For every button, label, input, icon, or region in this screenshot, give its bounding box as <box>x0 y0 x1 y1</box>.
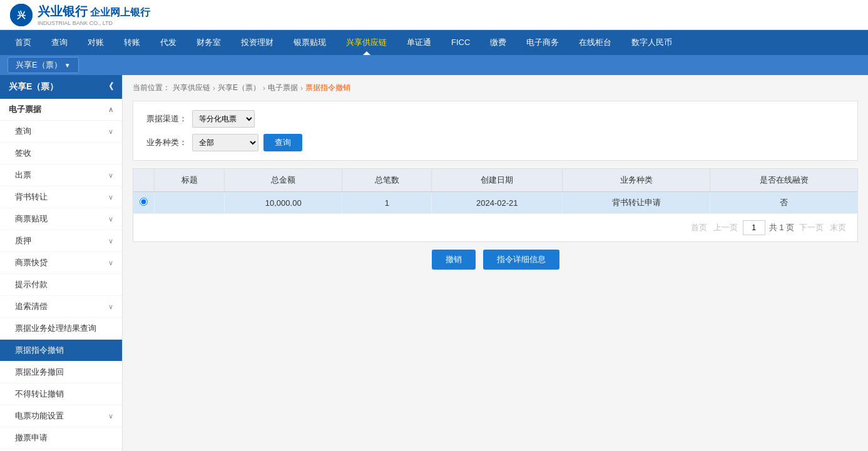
row-radio-cell[interactable] <box>133 192 155 214</box>
breadcrumb-electronic: 电子票据 <box>268 83 298 93</box>
nav-agent[interactable]: 代发 <box>150 30 186 55</box>
row-amount: 10,000.00 <box>225 192 342 214</box>
channel-row: 票据渠道： 等分化电票 普通电票 <box>143 110 847 128</box>
sidebar-item-result-query[interactable]: 票据业务处理结果查询 <box>0 318 122 340</box>
channel-label: 票据渠道： <box>143 113 187 124</box>
logo-sub: INDUSTRIAL BANK CO., LTD <box>38 20 150 26</box>
sidebar-item-revoke-apply[interactable]: 撤票申请 <box>0 427 122 449</box>
nav-ficc[interactable]: FICC <box>441 30 480 55</box>
sidebar-item-label: 签收 <box>15 148 31 159</box>
row-count: 1 <box>342 192 432 214</box>
sidebar-item-label: 票据业务撤回 <box>15 367 64 378</box>
col-online: 是否在线融资 <box>710 169 857 192</box>
cancel-button[interactable]: 撤销 <box>432 250 476 270</box>
breadcrumb-e-ticket: 兴享E（票） <box>218 83 260 93</box>
col-title: 标题 <box>155 169 225 192</box>
sidebar-item-quick-loan[interactable]: 商票快贷 ∨ <box>0 252 122 274</box>
main-nav: 首页 查询 对账 转账 代发 财务室 投资理财 银票贴现 兴享供应链 单证通 F… <box>0 30 868 55</box>
logo-icon: 兴 <box>10 4 33 26</box>
sidebar-item-label: 撤票申请 <box>15 432 48 443</box>
sidebar-item-label: 背书转让 <box>15 191 48 203</box>
sidebar-item-query[interactable]: 查询 ∨ <box>0 121 122 143</box>
sidebar-item-no-transfer-revoke[interactable]: 不得转让撤销 <box>0 383 122 405</box>
nav-query[interactable]: 查询 <box>41 30 78 55</box>
sidebar-group-electronic[interactable]: 电子票据 ∧ <box>0 99 122 121</box>
nav-invest[interactable]: 投资理财 <box>231 30 283 55</box>
col-type: 业务种类 <box>563 169 710 192</box>
chevron-down-icon: ∨ <box>108 128 113 136</box>
chevron-down-icon: ∨ <box>108 237 113 245</box>
row-title <box>155 192 225 214</box>
breadcrumb-sep1: › <box>213 84 215 93</box>
sidebar-item-label: 不得转让撤销 <box>15 388 64 400</box>
chevron-down-icon: ∨ <box>108 259 113 267</box>
nav-digital[interactable]: 数字人民币 <box>621 30 682 55</box>
sidebar-item-label: 商票快贷 <box>15 257 48 268</box>
nav-certificate[interactable]: 单证通 <box>397 30 441 55</box>
total-pages: 共 1 页 <box>769 222 794 233</box>
sidebar-item-label: 电票功能设置 <box>15 410 64 422</box>
sidebar-item-commercial-discount[interactable]: 商票贴现 ∨ <box>0 208 122 230</box>
logo-text-group: 兴业银行 企业网上银行 INDUSTRIAL BANK CO., LTD <box>38 3 150 26</box>
nav-home[interactable]: 首页 <box>5 30 41 55</box>
nav-discount[interactable]: 银票贴现 <box>283 30 336 55</box>
search-form: 票据渠道： 等分化电票 普通电票 业务种类： 全部 背书转让申请 贴现申请 质押… <box>133 101 858 161</box>
sidebar-item-issue[interactable]: 出票 ∨ <box>0 165 122 186</box>
sub-header-bar: 兴享E（票） ▼ <box>0 55 868 75</box>
enterprise-label: 企业网上银行 <box>90 6 150 19</box>
sidebar-item-withdraw[interactable]: 票据业务撤回 <box>0 362 122 383</box>
channel-select[interactable]: 等分化电票 普通电票 <box>192 110 255 128</box>
detail-button[interactable]: 指令详细信息 <box>483 250 559 270</box>
sidebar-item-pledge[interactable]: 质押 ∨ <box>0 230 122 252</box>
col-radio <box>133 169 155 192</box>
nav-reconcile[interactable]: 对账 <box>78 30 114 55</box>
chevron-down-icon: ∨ <box>108 171 113 180</box>
table-row[interactable]: 10,000.00 1 2024-02-21 背书转让申请 否 <box>133 192 857 214</box>
chevron-down-icon: ∨ <box>108 215 113 223</box>
chevron-down-icon: ∨ <box>108 303 113 311</box>
first-page-btn[interactable]: 首页 <box>690 221 708 234</box>
row-type: 背书转让申请 <box>563 192 710 214</box>
sidebar: 兴享E（票） 《 电子票据 ∧ 查询 ∨ 签收 出票 ∨ 背书转让 ∨ 商票贴现… <box>0 75 123 451</box>
type-select[interactable]: 全部 背书转让申请 贴现申请 质押申请 <box>192 134 258 151</box>
sidebar-item-label: 票据业务处理结果查询 <box>15 323 96 334</box>
nav-counter[interactable]: 在线柜台 <box>569 30 621 55</box>
nav-fee[interactable]: 缴费 <box>480 30 516 55</box>
sidebar-item-pursue[interactable]: 追索清偿 ∨ <box>0 296 122 318</box>
chevron-down-icon: ∨ <box>108 193 113 201</box>
sidebar-item-label: 提示付款 <box>15 279 48 290</box>
next-page-btn[interactable]: 下一页 <box>798 221 825 234</box>
action-row: 撤销 指令详细信息 <box>133 242 858 277</box>
query-button[interactable]: 查询 <box>263 134 302 151</box>
breadcrumb: 当前位置： 兴享供应链 › 兴享E（票） › 电子票据 › 票据指令撤销 <box>133 83 858 93</box>
row-date: 2024-02-21 <box>432 192 563 214</box>
sidebar-item-func-setting[interactable]: 电票功能设置 ∨ <box>0 405 122 427</box>
svg-text:兴: 兴 <box>17 10 26 20</box>
sidebar-item-endorsement[interactable]: 背书转让 ∨ <box>0 186 122 208</box>
sidebar-title[interactable]: 兴享E（票） 《 <box>0 75 122 99</box>
breadcrumb-sep3: › <box>300 84 303 93</box>
sidebar-item-label: 票据指令撤销 <box>15 345 64 356</box>
sidebar-item-payment[interactable]: 提示付款 <box>0 274 122 296</box>
sidebar-item-revoke[interactable]: 票据指令撤销 <box>0 340 122 362</box>
row-online: 否 <box>710 192 857 214</box>
page-layout: 兴享E（票） 《 电子票据 ∧ 查询 ∨ 签收 出票 ∨ 背书转让 ∨ 商票贴现… <box>0 75 868 451</box>
prev-page-btn[interactable]: 上一页 <box>712 221 739 234</box>
sidebar-item-label: 商票贴现 <box>15 213 48 225</box>
logo: 兴 兴业银行 企业网上银行 INDUSTRIAL BANK CO., LTD <box>10 3 150 26</box>
chevron-up-icon: ∧ <box>108 106 113 114</box>
sidebar-item-label: 查询 <box>15 126 31 137</box>
nav-transfer[interactable]: 转账 <box>114 30 150 55</box>
sub-header-btn[interactable]: 兴享E（票） ▼ <box>8 57 79 73</box>
sidebar-collapse-icon: 《 <box>105 81 113 93</box>
sidebar-item-label: 质押 <box>15 235 31 246</box>
last-page-btn[interactable]: 末页 <box>829 221 847 234</box>
sidebar-group-label: 电子票据 <box>9 104 41 115</box>
sidebar-item-sign[interactable]: 签收 <box>0 143 122 165</box>
sidebar-item-label: 追索清偿 <box>15 301 48 312</box>
nav-ecommerce[interactable]: 电子商务 <box>516 30 569 55</box>
nav-supply-chain[interactable]: 兴享供应链 <box>336 30 397 55</box>
page-number-input[interactable] <box>743 220 765 235</box>
row-radio[interactable] <box>140 198 148 206</box>
nav-finance[interactable]: 财务室 <box>186 30 231 55</box>
